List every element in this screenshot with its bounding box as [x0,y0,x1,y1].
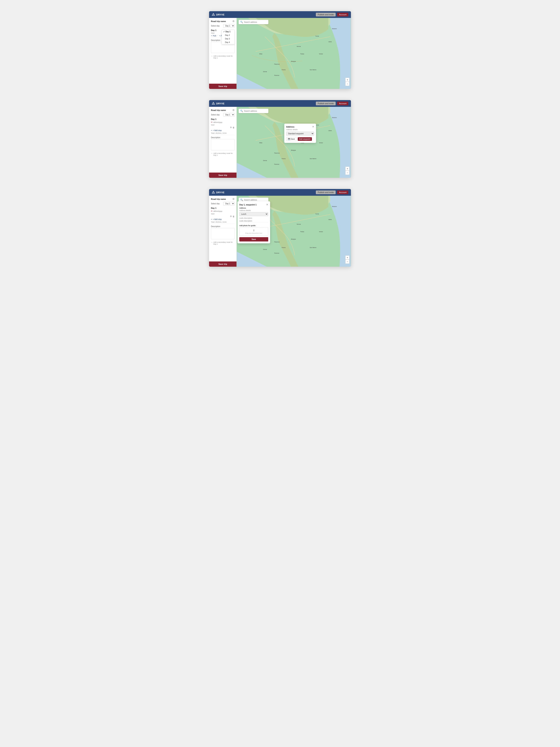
day-select-3[interactable]: Day 1 Day 2 [223,202,235,205]
secondary-route-row-1[interactable]: ↔ Add a secondary route for Day 1 [211,55,235,59]
svg-text:Parma: Parma [282,158,286,159]
save-trip-button-3[interactable]: Save trip [209,261,237,267]
day-dropdown-item-4[interactable]: Day 4 [222,41,235,44]
secondary-route-icon-1: ↔ [211,55,213,57]
map-area-1: Milan Bologna Venice Florence San Marino… [237,18,351,89]
brand-logo-1: DRYVE [212,13,224,16]
day-dropdown-item-3[interactable]: Day 3 [222,37,235,41]
page-wrapper: DRYVE Publish and invite Account Road tr… [0,0,560,278]
map-background-2: Milan Bologna Venice Florence San Marino… [237,107,351,178]
day-select-2[interactable]: Day 1 Day 2 [223,113,235,117]
day-section-title-2: Day 1 [211,118,235,120]
trash-icon-2[interactable]: 🗑 [233,126,235,129]
svg-text:Bologna: Bologna [291,150,296,151]
dryve-logo-icon-1 [212,13,215,16]
waypoint-panel-close-button-3[interactable]: ✕ [266,203,268,206]
wp-drag-drop-label-3: Drag and drop photo here [241,232,267,234]
add-stop-row-2[interactable]: + + Add stop [211,129,235,131]
gear-button-2[interactable]: ⚙ [232,109,235,111]
svg-text:Verona: Verona [297,46,301,47]
svg-text:Bologna: Bologna [291,238,296,240]
wp-address-section-label-3: Address [239,207,268,209]
stop-icons-row-3: ⚙ 🗑 [211,215,235,217]
popup-close-button-2[interactable]: ✕ [312,126,314,128]
zoom-in-button-1[interactable]: + [345,78,349,82]
search-icon-3: 🔍 [240,199,243,201]
svg-text:Milan: Milan [259,142,263,144]
svg-text:Padua: Padua [300,53,304,54]
svg-text:San Marino: San Marino [310,158,316,159]
search-input-2[interactable] [244,110,267,112]
app-body-2: Road trip name ⚙ Select day Day 1 Day 2 … [209,107,351,178]
day-dropdown-1: ✓Day 1 Day 2 Day 3 Day 4 [221,30,235,44]
day-select-1[interactable]: Day 1 Day 2 Day 3 Day 4 [223,24,235,28]
date-input-3[interactable] [213,210,234,212]
divider-2 [211,135,235,135]
publish-button-1[interactable]: Publish and invite [316,13,336,17]
add-waypoint-button-2[interactable]: Add waypoint [298,137,312,141]
date-input-2[interactable] [213,121,234,123]
wp-save-button-3[interactable]: Save [239,237,268,241]
publish-button-2[interactable]: Publish and invite [316,102,336,105]
zoom-out-button-2[interactable]: − [345,171,349,175]
map-area-2: Milan Bologna Venice Florence San Marino… [237,107,351,178]
description-textarea-3[interactable] [211,228,235,239]
account-button-1[interactable]: Account [337,13,348,17]
add-day-icon-1: + [211,35,212,37]
wp-photo-dropzone-3[interactable]: ⬆ Drag and drop photo here [239,227,268,236]
navbar-actions-3: Publish and invite Account [316,190,348,194]
map-svg-1: Milan Bologna Venice Florence San Marino… [237,18,351,89]
navbar-actions-1: Publish and invite Account [316,13,348,17]
save-trip-button-2[interactable]: Save trip [209,173,237,178]
calendar-icon-2: ✏ [211,121,213,124]
wp-audio-input-3[interactable] [239,220,268,223]
zoom-in-button-2[interactable]: + [345,166,349,171]
description-textarea-2[interactable] [211,139,235,150]
map-zoom-controls-2: + − [345,166,349,175]
map-zoom-controls-1: + − [345,78,349,86]
waypoint-type-select-2[interactable]: Standard waypoint [286,132,314,135]
secondary-route-row-3[interactable]: ↔ Add a secondary route for Day 1 [211,241,235,245]
svg-point-19 [213,104,214,104]
navbar-1: DRYVE Publish and invite Account [209,11,351,18]
publish-button-3[interactable]: Publish and invite [316,190,336,194]
day-dropdown-item-2[interactable]: Day 2 [222,33,235,37]
hub-label-1: Hub [213,35,216,37]
secondary-route-row-2[interactable]: ↔ Add a secondary route for Day 1 [211,152,235,156]
gear-button-1[interactable]: ⚙ [232,20,235,23]
zoom-in-button-3[interactable]: + [345,256,349,260]
svg-text:Florence: Florence [274,163,279,165]
search-input-3[interactable] [244,199,267,201]
brand-logo-3: DRYVE [212,191,224,194]
map-background-1: Milan Bologna Venice Florence San Marino… [237,18,351,89]
brand-logo-2: DRYVE [212,102,224,105]
svg-text:Udine: Udine [328,41,332,43]
settings-icon-2[interactable]: ⚙ [230,126,232,129]
wp-photo-section-label-3: Add photo for guide: [239,225,268,227]
zoom-out-button-3[interactable]: − [345,260,349,264]
svg-text:Venice: Venice [319,53,323,54]
gear-button-3[interactable]: ⚙ [232,198,235,200]
select-day-row-1: Select day Day 1 Day 2 Day 3 Day 4 [211,24,235,28]
app-body-1: Road trip name ⚙ Select day Day 1 Day 2 … [209,18,351,89]
total-row-2: Total: 4h20mn, 313m [211,132,235,134]
popup-title-2: Address [286,126,294,128]
save-trip-button-1[interactable]: Save trip [209,84,237,89]
add-stop-row-3[interactable]: + + Add stop [211,218,235,221]
road-trip-name-label-3: Road trip name [211,198,226,200]
brand-name-2: DRYVE [216,102,224,105]
search-input-1[interactable] [244,21,267,23]
day-dropdown-item-1[interactable]: ✓Day 1 [222,30,235,33]
svg-text:Verona: Verona [297,224,301,225]
trash-icon-3[interactable]: 🗑 [233,215,235,217]
svg-text:Bolzano: Bolzano [332,28,337,29]
calendar-icon-3: ✏ [211,210,213,212]
zoom-out-button-1[interactable]: − [345,82,349,86]
account-button-2[interactable]: Account [337,102,348,105]
popup-save-button-2[interactable]: 💾 Save [286,137,297,141]
wp-type-select-3[interactable]: Lunch [239,212,268,216]
account-button-3[interactable]: Account [337,190,348,194]
description-section-3: Description [211,225,235,240]
settings-icon-3[interactable]: ⚙ [230,215,232,217]
dryve-logo-icon-3 [212,191,215,194]
